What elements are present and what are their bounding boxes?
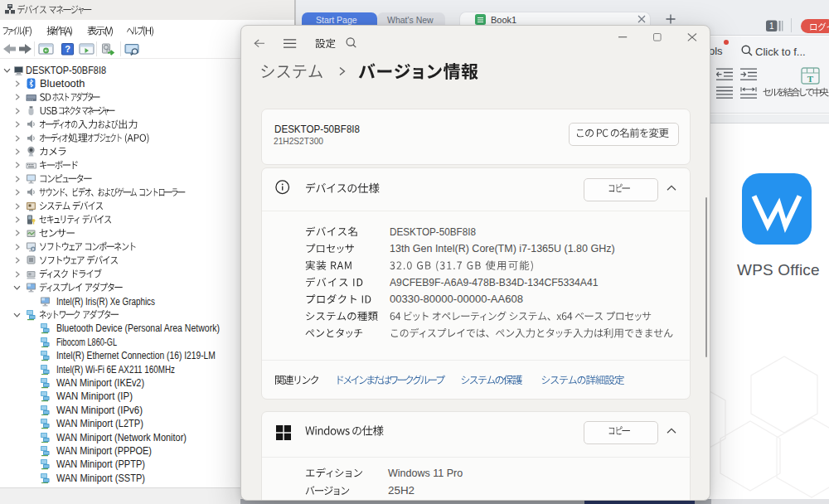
svg-text:1: 1 [769, 22, 774, 31]
svg-text:?: ? [65, 44, 70, 54]
svg-text:T: T [807, 74, 814, 84]
